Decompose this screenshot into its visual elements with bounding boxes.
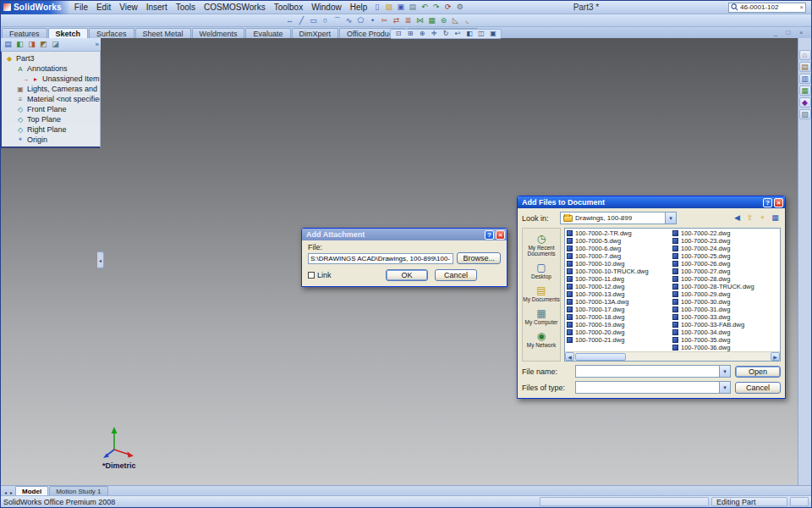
help-icon[interactable]: ? [763, 198, 772, 207]
fillet-icon[interactable]: ◟ [462, 15, 473, 25]
feature-tree-root[interactable]: ◆ Part3 [2, 53, 100, 64]
previous-view-icon[interactable]: ↩ [453, 30, 463, 38]
add-files-titlebar[interactable]: Add Files to Document ? × [518, 196, 785, 208]
solidworks-resources-icon[interactable]: ⌂ [799, 50, 811, 60]
chevron-down-icon[interactable]: ▾ [719, 382, 730, 393]
feature-tree-item[interactable]: ≡ Material <not specified> [2, 94, 100, 104]
command-tab[interactable]: DimXpert [292, 28, 339, 38]
search-input[interactable]: 46-0001-102 [740, 3, 798, 11]
convert-entities-icon[interactable]: ⇄ [391, 15, 402, 25]
file-list-item[interactable]: 100-7000-31.dwg [672, 306, 778, 313]
command-tab[interactable]: Sheet Metal [135, 28, 191, 38]
view-menu-icon[interactable]: ▦ [770, 213, 781, 224]
file-list-item[interactable]: 100-7000-34.dwg [672, 329, 778, 336]
dimxpertmanager-icon[interactable]: ◩ [38, 40, 49, 50]
menu-item[interactable]: Window [307, 2, 346, 13]
menu-item[interactable]: Toolbox [270, 2, 307, 13]
configurationmanager-icon[interactable]: ◨ [26, 40, 37, 50]
open-icon[interactable]: ▨ [383, 3, 394, 13]
zoom-to-fit-icon[interactable]: ⊡ [393, 30, 403, 38]
circle-icon[interactable]: ○ [320, 15, 331, 25]
file-list-item[interactable]: 100-7000-13.dwg [567, 290, 672, 298]
sheet-tab[interactable]: Model [15, 486, 48, 495]
sheet-tab[interactable]: Motion Study 1 [49, 486, 107, 495]
scrollbar-thumb[interactable] [575, 353, 626, 361]
place-my-documents[interactable]: ▤ My Documents [523, 285, 560, 302]
file-list-item[interactable]: 100-7000-36.dwg [672, 344, 778, 351]
command-tab[interactable]: Weldments [192, 28, 245, 38]
spline-icon[interactable]: ∿ [343, 15, 354, 25]
menu-item[interactable]: View [115, 2, 142, 13]
design-library-icon[interactable]: ▤ [799, 62, 811, 72]
menu-item[interactable]: Insert [142, 2, 172, 13]
file-list-item[interactable]: 100-7000-12.dwg [567, 283, 672, 290]
options-icon[interactable]: ⚙ [454, 3, 465, 13]
file-list-item[interactable]: 100-7000-24.dwg [672, 245, 778, 252]
ok-button[interactable]: OK [386, 269, 428, 281]
displaymanager-icon[interactable]: ◪ [50, 40, 61, 50]
chevron-down-icon[interactable]: ▾ [719, 366, 730, 377]
featuremanager-tree-icon[interactable]: ▤ [3, 40, 14, 50]
file-list-item[interactable]: 100-7000-5.dwg [567, 237, 672, 245]
redo-icon[interactable]: ↷ [431, 3, 442, 13]
up-one-level-icon[interactable]: ⇧ [744, 213, 755, 224]
feature-tree-item[interactable]: ◇ Front Plane [2, 104, 100, 114]
file-list-item[interactable]: 100-7000-19.dwg [567, 321, 672, 329]
file-list-item[interactable]: 100-7000-23.dwg [672, 237, 778, 245]
file-list-item[interactable]: 100-7000-35.dwg [672, 336, 778, 344]
horizontal-scrollbar[interactable]: ◀ ▶ [565, 351, 780, 361]
command-tab[interactable]: Surfaces [89, 28, 134, 38]
view-palette-icon[interactable]: ▦ [799, 86, 811, 96]
minimize-icon[interactable]: _ [771, 28, 781, 38]
new-document-icon[interactable]: ▯ [371, 3, 382, 13]
file-list-item[interactable]: 100-7000-13A.dwg [567, 298, 672, 306]
menu-item[interactable]: COSMOSWorks [200, 2, 270, 13]
feature-tree-item[interactable]: A Annotations [2, 64, 100, 74]
new-folder-icon[interactable]: + [757, 213, 768, 224]
place-my-network[interactable]: ◉ My Network [523, 331, 560, 348]
line-icon[interactable]: ╱ [296, 15, 307, 25]
print-icon[interactable]: ▤ [407, 3, 418, 13]
open-button[interactable]: Open [735, 366, 781, 378]
search-clear-icon[interactable]: × [799, 3, 804, 11]
files-of-type-combobox[interactable]: ▾ [575, 381, 731, 394]
help-icon[interactable]: ? [485, 230, 494, 240]
browse-button[interactable]: Browse... [457, 252, 501, 264]
restore-icon[interactable]: □ [783, 28, 793, 38]
scroll-right-icon[interactable]: ▶ [771, 352, 780, 361]
search-box[interactable]: 46-0001-102 × [728, 3, 806, 13]
pan-icon[interactable]: ✛ [429, 30, 439, 38]
file-list-item[interactable]: 100-7000-2-TR.dwg [567, 229, 672, 237]
smart-dimension-icon[interactable]: ↔ [284, 15, 295, 25]
file-list[interactable]: 100-7000-2-TR.dwg 100-7000-5.dwg 100-700… [564, 228, 781, 362]
undo-icon[interactable]: ↶ [419, 3, 430, 13]
file-list-item[interactable]: 100-7000-33.dwg [672, 313, 778, 321]
featuremanager-overflow-button[interactable]: » [96, 41, 99, 48]
propertymanager-icon[interactable]: ◧ [14, 40, 25, 50]
file-list-item[interactable]: 100-7000-10-TRUCK.dwg [567, 268, 672, 275]
file-name-combobox[interactable]: ▾ [575, 365, 731, 378]
file-list-item[interactable]: 100-7000-18.dwg [567, 313, 672, 321]
file-list-item[interactable]: 100-7000-33-FAB.dwg [672, 321, 778, 329]
file-list-item[interactable]: 100-7000-28.dwg [672, 275, 778, 283]
cancel-button[interactable]: Cancel [435, 269, 477, 281]
file-list-item[interactable]: 100-7000-22.dwg [672, 229, 778, 237]
polygon-icon[interactable]: ⬠ [355, 15, 366, 25]
command-tab[interactable]: Evaluate [245, 28, 290, 38]
feature-tree-item[interactable]: ▣ Lights, Cameras and Scene [2, 84, 100, 94]
view-orientation-icon[interactable]: ▣ [488, 30, 498, 38]
feature-tree-item[interactable]: ⌖ Origin [2, 135, 100, 145]
file-list-item[interactable]: 100-7000-10.dwg [567, 260, 672, 268]
back-icon[interactable]: ◀ [732, 213, 743, 224]
close-icon[interactable]: × [496, 230, 505, 240]
file-list-item[interactable]: 100-7000-26.dwg [672, 260, 778, 268]
sheet-nav-left-icon[interactable]: ◂ [3, 489, 8, 495]
feature-tree-item[interactable]: → ▸ Unassigned Items [2, 74, 100, 84]
scroll-left-icon[interactable]: ◀ [565, 352, 574, 361]
file-list-item[interactable]: 100-7000-27.dwg [672, 268, 778, 275]
appearances-icon[interactable]: ◆ [799, 97, 811, 108]
add-attachment-titlebar[interactable]: Add Attachment ? × [302, 229, 507, 240]
link-checkbox[interactable] [308, 272, 315, 279]
menu-item[interactable]: Help [346, 2, 372, 13]
zoom-to-area-icon[interactable]: ⊞ [405, 30, 415, 38]
